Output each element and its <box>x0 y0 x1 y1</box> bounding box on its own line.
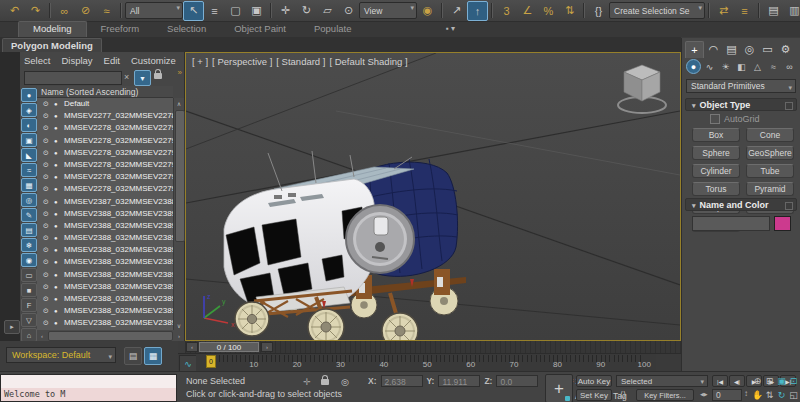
select-and-scale-icon[interactable]: ▱ <box>317 1 338 21</box>
tab-hierarchy[interactable]: ▤ <box>723 41 740 57</box>
visibility-eye-icon[interactable]: ⊙ <box>43 198 49 205</box>
absolute-offset-toggle-icon[interactable]: ◎ <box>338 375 352 388</box>
tab-modify[interactable]: ◠ <box>705 41 722 57</box>
select-and-place-icon[interactable]: ⊙ <box>338 1 359 21</box>
tab-create[interactable]: + <box>685 41 704 58</box>
go-to-start-button[interactable]: |◀ <box>712 375 728 387</box>
y-field[interactable]: 11.911 <box>438 375 480 387</box>
rectangular-selection-icon[interactable]: ▢ <box>225 1 246 21</box>
visibility-eye-icon[interactable]: ⊙ <box>43 246 49 253</box>
select-object-icon[interactable]: ↖ <box>183 1 204 21</box>
category-cameras-icon[interactable]: ◧ <box>734 59 749 74</box>
time-slider[interactable]: ‹ 0 / 100 › <box>185 341 681 353</box>
visibility-eye-icon[interactable]: ⊙ <box>43 295 49 302</box>
list-item[interactable]: ⊙ ● MMSEV2278_032MMSEV2279_032 <box>37 159 173 171</box>
list-item[interactable]: ⊙ ● MMSEV2278_032MMSEV2279_032 <box>37 122 173 134</box>
object-type-rollout[interactable]: ▾Object Type <box>685 98 797 111</box>
viewport-menu-renderer[interactable]: [ Standard ] <box>276 56 325 67</box>
frozen-dot-icon[interactable]: ● <box>54 138 58 144</box>
percent-snap-icon[interactable]: % <box>538 1 559 21</box>
visibility-eye-icon[interactable]: ⊙ <box>43 185 49 192</box>
clear-search-icon[interactable]: × <box>124 72 129 82</box>
scroll-down-icon[interactable]: ∨ <box>174 320 184 330</box>
set-key-button[interactable]: Set Key <box>576 389 612 401</box>
visibility-eye-icon[interactable]: ⊙ <box>43 161 49 168</box>
menu-select[interactable]: Select <box>24 55 50 66</box>
object-name-field[interactable] <box>692 216 770 231</box>
list-item[interactable]: ⊙ ● MMSEV2278_032MMSEV2279_032 <box>37 135 173 147</box>
list-item[interactable]: ⊙ ● MMSEV2387_032MMSEV2388_032 <box>37 196 173 208</box>
frozen-dot-icon[interactable]: ● <box>54 125 58 131</box>
frozen-dot-icon[interactable]: ● <box>54 101 58 107</box>
frozen-dot-icon[interactable]: ● <box>54 296 58 302</box>
tab-motion[interactable]: ◎ <box>741 41 758 57</box>
tab-utilities[interactable]: ⚙ <box>777 41 794 57</box>
pyramid-button[interactable]: Pyramid <box>746 182 794 196</box>
category-helpers-icon[interactable]: △ <box>750 59 765 74</box>
previous-frame-button[interactable]: ◀| <box>729 375 745 387</box>
rollout-pin-icon[interactable] <box>785 102 793 110</box>
menu-edit[interactable]: Edit <box>104 55 120 66</box>
scroll-left-icon[interactable]: ‹ <box>37 331 47 341</box>
visibility-eye-icon[interactable]: ⊙ <box>43 222 49 229</box>
frozen-dot-icon[interactable]: ● <box>54 199 58 205</box>
angle-snap-icon[interactable]: ∠ <box>517 1 538 21</box>
object-color-swatch[interactable] <box>774 216 791 231</box>
autogrid-checkbox[interactable] <box>710 114 720 124</box>
snap-toggle-3d-icon[interactable]: 3 <box>496 1 517 21</box>
auto-key-button[interactable]: Auto Key <box>576 375 612 387</box>
unlink-selection-icon[interactable]: ⊘ <box>75 1 96 21</box>
toggle-space-warps-icon[interactable]: ≈ <box>21 163 37 177</box>
isolate-selection-icon[interactable]: ✛ <box>300 375 314 388</box>
toggle-visibility-icon[interactable]: ◉ <box>21 253 37 267</box>
select-and-manipulate-icon[interactable]: ↗ <box>446 1 467 21</box>
window-crossing-icon[interactable]: ▣ <box>246 1 267 21</box>
frozen-dot-icon[interactable]: ● <box>54 211 58 217</box>
list-item[interactable]: ⊙ ● MMSEV2388_032MMSEV2389_032 <box>37 256 173 268</box>
sphere-button[interactable]: Sphere <box>692 146 740 160</box>
ribbon-overflow-icon[interactable]: ▪ ▾ <box>440 24 461 33</box>
named-sets-dropdown[interactable]: Create Selection Se <box>609 2 705 19</box>
key-filters-button[interactable]: Key Filters... <box>636 389 694 401</box>
frozen-dot-icon[interactable]: ● <box>54 259 58 265</box>
primitives-dropdown[interactable]: Standard Primitives <box>686 79 796 93</box>
viewport-menu-pov[interactable]: [ Perspective ] <box>212 56 272 67</box>
list-item[interactable]: ⊙ ● MMSEV2388_032MMSEV2389_032 <box>37 293 173 305</box>
name-column-header[interactable]: Name (Sorted Ascending) <box>37 86 173 98</box>
tab-selection[interactable]: Selection <box>153 22 220 37</box>
mmsev-rover-model[interactable] <box>204 151 494 341</box>
tab-object-paint[interactable]: Object Paint <box>220 22 300 37</box>
toggle-cameras-icon[interactable]: ▣ <box>21 133 37 147</box>
frozen-dot-icon[interactable]: ● <box>54 150 58 156</box>
visibility-eye-icon[interactable]: ⊙ <box>43 283 49 290</box>
visibility-eye-icon[interactable]: ⊙ <box>43 234 49 241</box>
scene-explorer-icon[interactable]: ▤ <box>763 1 784 21</box>
list-item[interactable]: ⊙ ● MMSEV2388_032MMSEV2389_032 <box>37 305 173 317</box>
visibility-eye-icon[interactable]: ⊙ <box>43 271 49 278</box>
polygon-modeling-panel-tab[interactable]: Polygon Modeling <box>2 38 102 52</box>
cone-button[interactable]: Cone <box>746 128 794 142</box>
select-all-icon[interactable]: ■ <box>21 283 37 297</box>
frozen-dot-icon[interactable]: ● <box>54 247 58 253</box>
toggle-xrefs-icon[interactable]: ◎ <box>21 193 37 207</box>
visibility-eye-icon[interactable]: ⊙ <box>43 173 49 180</box>
viewport-menu-shading[interactable]: [ Default Shading ] <box>329 56 407 67</box>
toggle-shapes-icon[interactable]: ◈ <box>21 103 37 117</box>
viewcube[interactable] <box>612 59 672 117</box>
frozen-dot-icon[interactable]: ● <box>54 113 58 119</box>
list-item[interactable]: ⊙ ● MMSEV2278_032MMSEV2279_032 <box>37 147 173 159</box>
layer-explorer-icon[interactable]: ▥ <box>784 1 800 21</box>
selection-filter-dropdown[interactable]: All <box>125 2 183 19</box>
viewport-menu-general[interactable]: [ + ] <box>192 56 208 67</box>
visibility-eye-icon[interactable]: ⊙ <box>43 124 49 131</box>
workspace-layers-icon[interactable]: ▤ <box>124 347 142 365</box>
walk-through-icon[interactable]: ⇅ <box>764 389 775 401</box>
scrollbar-thumb[interactable] <box>48 331 173 341</box>
menu-display[interactable]: Display <box>61 55 92 66</box>
frozen-dot-icon[interactable]: ● <box>54 186 58 192</box>
list-item[interactable]: ⊙ ● MMSEV2388_032MMSEV2389_032 <box>37 232 173 244</box>
frozen-dot-icon[interactable]: ● <box>54 235 58 241</box>
previous-frame-arrow[interactable]: ‹ <box>186 342 198 352</box>
list-item[interactable]: ⊙ ● MMSEV2388_032MMSEV2389_032 <box>37 317 173 329</box>
frame-spinner-icon[interactable]: ↕ <box>744 389 748 398</box>
